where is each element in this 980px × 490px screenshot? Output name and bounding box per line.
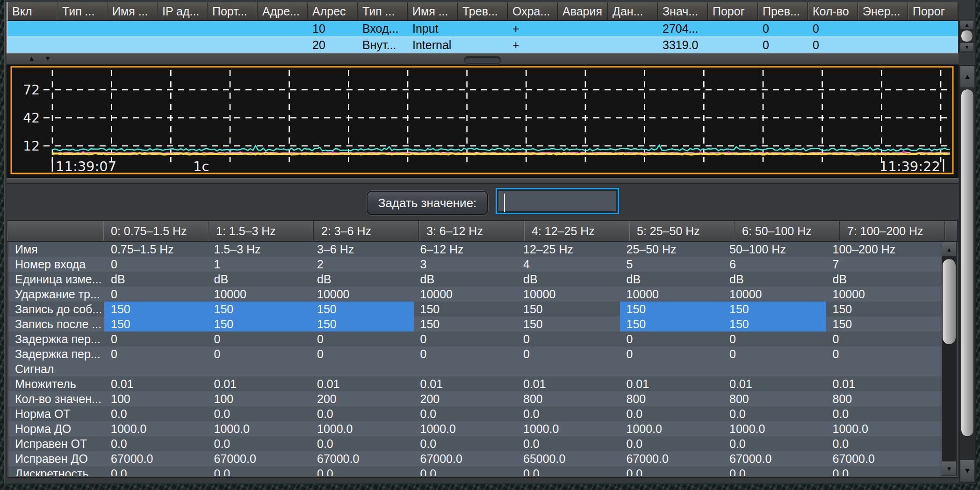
param-cell[interactable]: 150	[104, 302, 208, 317]
param-cell[interactable]: 10000	[517, 287, 620, 302]
device-cell[interactable]	[258, 21, 308, 36]
param-cell[interactable]: 0.0	[826, 436, 930, 451]
param-row-label[interactable]: Ударжание тр...	[8, 287, 104, 302]
param-row-label[interactable]: Кол-во значен...	[8, 391, 104, 406]
param-cell[interactable]: 0.01	[414, 376, 517, 391]
param-cell[interactable]: 1000.0	[517, 421, 620, 436]
param-cell[interactable]	[104, 361, 208, 376]
param-cell[interactable]: 0.75–1.5 Hz	[104, 242, 208, 257]
param-cell[interactable]: 0.0	[723, 406, 826, 421]
param-cell[interactable]: 0	[414, 331, 517, 346]
param-cell[interactable]: dB	[826, 272, 930, 287]
device-cell[interactable]	[58, 37, 108, 53]
param-cell[interactable]: 67000.0	[414, 451, 517, 466]
param-cell[interactable]: 1	[208, 257, 311, 272]
device-cell[interactable]: 0	[758, 37, 808, 53]
param-cell[interactable]: 150	[826, 317, 930, 331]
param-cell[interactable]: 67000.0	[310, 451, 414, 466]
device-cell[interactable]: Internal	[408, 37, 458, 53]
param-cell[interactable]: 0.0	[104, 466, 208, 476]
param-cell[interactable]: 0	[723, 346, 826, 361]
device-col-header[interactable]: Имя ...	[108, 2, 158, 20]
device-cell[interactable]	[608, 21, 658, 36]
param-cell[interactable]: 0.01	[826, 376, 930, 391]
param-cell[interactable]	[310, 361, 414, 376]
param-cell[interactable]: 1000.0	[723, 421, 826, 436]
device-cell[interactable]: 3319.0	[658, 37, 708, 53]
scrollbar-thumb[interactable]	[961, 30, 973, 42]
param-cell[interactable]: 0	[104, 287, 208, 302]
param-cell[interactable]: 0.01	[723, 376, 826, 391]
device-col-header[interactable]: Порог	[708, 2, 758, 20]
param-cell[interactable]: 0	[723, 331, 826, 346]
param-row-label[interactable]: Задержка пер...	[8, 331, 104, 346]
device-cell[interactable]: +	[508, 21, 558, 36]
param-cell[interactable]: 0.01	[104, 376, 208, 391]
device-cell[interactable]	[458, 37, 508, 53]
param-cell[interactable]: 0.0	[517, 466, 620, 476]
param-cell[interactable]: 0	[104, 331, 208, 346]
param-row-label[interactable]: Дискретность	[8, 466, 104, 476]
param-cell[interactable]: 67000.0	[723, 451, 826, 466]
device-cell[interactable]: Input	[408, 21, 458, 36]
param-cell[interactable]: dB	[310, 272, 414, 287]
param-cell[interactable]: 0.0	[310, 436, 414, 451]
param-cell[interactable]	[517, 361, 620, 376]
param-cell[interactable]: 3	[414, 257, 517, 272]
param-cell[interactable]: 0.0	[414, 436, 517, 451]
device-cell[interactable]	[908, 37, 958, 53]
device-table-scrollbar[interactable]: ▲ ▼	[959, 20, 974, 52]
param-cell[interactable]: 150	[620, 317, 723, 331]
param-cell[interactable]: 10000	[826, 287, 930, 302]
device-col-header[interactable]: Алрес	[308, 2, 358, 20]
param-cell[interactable]	[414, 361, 517, 376]
window-scrollbar[interactable]: ▲ ▼	[959, 65, 975, 483]
param-cell[interactable]: 0.01	[208, 376, 311, 391]
param-cell[interactable]: 67000.0	[620, 451, 723, 466]
device-cell[interactable]	[258, 37, 308, 53]
param-cell[interactable]: 0.0	[723, 436, 826, 451]
scrollbar-thumb[interactable]	[942, 259, 956, 345]
device-cell[interactable]	[908, 21, 958, 36]
param-col-header[interactable]	[7, 221, 103, 241]
param-cell[interactable]: 65000.0	[517, 451, 620, 466]
param-cell[interactable]: 0.0	[310, 466, 414, 476]
param-cell[interactable]: 150	[414, 302, 517, 317]
param-cell[interactable]: 0	[310, 331, 414, 346]
device-cell[interactable]	[208, 21, 258, 36]
device-cell[interactable]: +	[508, 37, 558, 53]
device-cell[interactable]	[108, 21, 158, 36]
param-cell[interactable]: 100–200 Hz	[826, 242, 930, 257]
param-cell[interactable]: 150	[310, 317, 414, 331]
param-cell[interactable]: 10000	[208, 287, 311, 302]
device-cell[interactable]	[58, 21, 108, 36]
param-cell[interactable]: 0.0	[104, 436, 208, 451]
device-cell[interactable]	[208, 37, 258, 53]
param-cell[interactable]: 2	[310, 257, 414, 272]
param-cell[interactable]: 10000	[414, 287, 517, 302]
param-row-label[interactable]: Множитель	[8, 376, 104, 391]
param-cell[interactable]	[620, 361, 723, 376]
param-cell[interactable]: 100	[208, 391, 311, 406]
param-row-label[interactable]: Исправен ОТ	[8, 436, 104, 451]
param-col-header[interactable]: 0: 0.75–1.5 Hz	[103, 221, 209, 241]
device-cell[interactable]: Вход...	[358, 21, 408, 36]
param-cell[interactable]: 1000.0	[620, 421, 723, 436]
scroll-up-icon[interactable]: ▲	[942, 242, 957, 257]
param-row-label[interactable]: Задержка пер...	[8, 346, 104, 361]
param-cell[interactable]: 800	[826, 391, 930, 406]
param-cell[interactable]: 67000.0	[208, 451, 311, 466]
param-cell[interactable]: 0.0	[104, 406, 208, 421]
splitter-collapse-icons[interactable]: ▲▼	[28, 54, 61, 62]
device-col-header[interactable]: Порт...	[208, 2, 258, 20]
device-cell[interactable]	[558, 21, 608, 36]
param-cell[interactable]: dB	[414, 272, 517, 287]
device-cell[interactable]	[458, 21, 508, 36]
param-cell[interactable]: 25–50 Hz	[620, 242, 723, 257]
param-cell[interactable]: 150	[104, 317, 208, 331]
collapse-down-icon[interactable]: ▼	[44, 54, 61, 62]
scroll-down-icon[interactable]: ▼	[942, 461, 957, 476]
param-cell[interactable]: 0.01	[517, 376, 620, 391]
param-cell[interactable]: 0.01	[310, 376, 414, 391]
param-cell[interactable]: 0	[104, 257, 208, 272]
